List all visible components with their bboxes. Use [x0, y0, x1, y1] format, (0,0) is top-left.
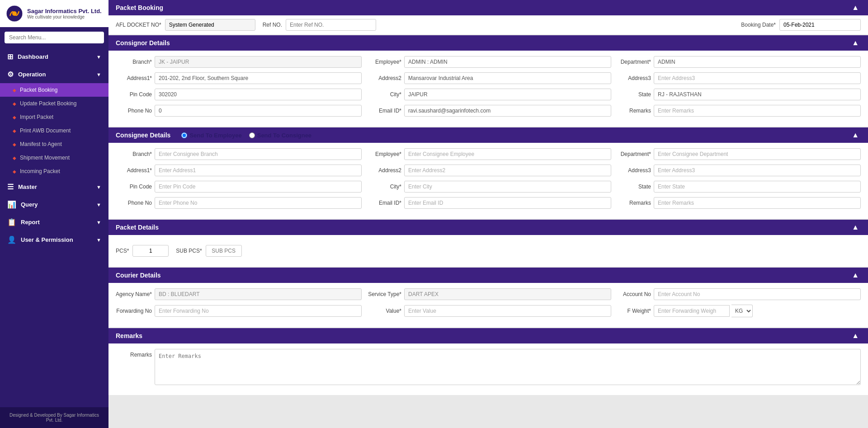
consignee-state-group: State	[615, 181, 861, 193]
consignee-department-input[interactable]	[654, 148, 861, 160]
agency-name-input[interactable]	[155, 288, 362, 300]
consignee-panel: Consignee Details Send To Employee Send …	[108, 127, 868, 219]
remarks-input[interactable]	[654, 105, 861, 117]
sidebar-item-master[interactable]: ☰ Master ▼	[0, 178, 108, 196]
consignee-remarks-input[interactable]	[654, 197, 861, 209]
packet-details-body: PCS* SUB PCS*	[108, 235, 868, 267]
sub-pcs-group: SUB PCS*	[176, 245, 241, 257]
logo-container: Sagar Informatics Pvt. Ltd. We cultivate…	[0, 0, 108, 27]
sidebar-item-dashboard[interactable]: ⊞ Dashboard ▼	[0, 48, 108, 66]
collapse-consignor-button[interactable]: ▲	[850, 39, 861, 47]
sidebar-item-update-packet-booking[interactable]: ◆ Update Packet Booking	[0, 97, 108, 110]
remarks-textarea[interactable]	[155, 349, 861, 385]
branch-input[interactable]	[155, 56, 362, 68]
value-input[interactable]	[404, 305, 611, 317]
consignee-radio-group: Send To Employee Send To Consignee	[181, 132, 311, 139]
collapse-remarks-button[interactable]: ▲	[850, 332, 861, 340]
sidebar-item-label: Update Packet Booking	[20, 100, 76, 107]
consignee-address1-input[interactable]	[155, 165, 362, 176]
consignee-phone-group: Phone No	[116, 197, 362, 209]
collapse-consignee-button[interactable]: ▲	[850, 131, 861, 139]
email-label: Email ID*	[365, 108, 401, 114]
sidebar-item-print-awb[interactable]: ◆ Print AWB Document	[0, 124, 108, 137]
state-input[interactable]	[654, 89, 861, 100]
remarks-title: Remarks	[116, 332, 142, 339]
packet-details-panel: Packet Details ▲ PCS* SUB PCS*	[108, 220, 868, 267]
consignee-employee-input[interactable]	[404, 148, 611, 160]
afl-docket-input[interactable]	[165, 19, 255, 31]
employee-label: Employee*	[365, 59, 401, 65]
address3-input[interactable]	[654, 72, 861, 84]
sub-pcs-input[interactable]	[206, 245, 242, 257]
sidebar-footer: Designed & Developed By Sagar Informatic…	[0, 407, 108, 428]
collapse-courier-button[interactable]: ▲	[850, 271, 861, 279]
state-label: State	[615, 91, 651, 98]
sidebar: Sagar Informatics Pvt. Ltd. We cultivate…	[0, 0, 108, 428]
consignee-branch-input[interactable]	[155, 148, 362, 160]
consignee-pincode-input[interactable]	[155, 181, 362, 193]
search-input[interactable]	[5, 32, 104, 43]
sidebar-item-user-permission[interactable]: 👤 User & Permission ▼	[0, 231, 108, 249]
sidebar-item-manifest-to-agent[interactable]: ◆ Manifest to Agent	[0, 137, 108, 151]
consignee-address2-input[interactable]	[404, 165, 611, 176]
consignor-row2: Address1* Address2 Address3	[116, 72, 861, 84]
forwarding-no-input[interactable]	[155, 305, 362, 317]
address2-input[interactable]	[404, 72, 611, 84]
pcs-row: PCS* SUB PCS*	[116, 240, 861, 261]
consignee-state-input[interactable]	[654, 181, 861, 193]
city-input[interactable]	[404, 89, 611, 100]
account-no-group: Account No	[615, 288, 861, 300]
city-group: City*	[365, 89, 611, 100]
collapse-packet-details-button[interactable]: ▲	[850, 223, 861, 231]
pincode-label: Pin Code	[116, 91, 152, 98]
weight-unit-select[interactable]: KG LB G	[731, 305, 753, 317]
f-weight-input[interactable]	[654, 305, 730, 317]
pincode-input[interactable]	[155, 89, 362, 100]
consignor-body: Branch* Employee* Department* Address1*	[108, 51, 868, 127]
department-input[interactable]	[654, 56, 861, 68]
consignee-city-input[interactable]	[404, 181, 611, 193]
employee-group: Employee*	[365, 56, 611, 68]
sidebar-item-operation[interactable]: ⚙ Operation ▼	[0, 66, 108, 83]
department-label: Department*	[615, 59, 651, 65]
sidebar-item-query[interactable]: 📊 Query ▼	[0, 196, 108, 213]
sidebar-item-import-packet[interactable]: ◆ Import Packet	[0, 110, 108, 124]
service-type-input[interactable]	[404, 288, 611, 300]
send-to-employee-radio[interactable]	[181, 132, 187, 138]
consignor-row1: Branch* Employee* Department*	[116, 56, 861, 68]
address2-label: Address2	[365, 75, 401, 81]
remarks-textarea-group: Remarks	[116, 349, 861, 385]
user-icon: 👤	[7, 235, 16, 244]
send-to-consignee-label[interactable]: Send To Consignee	[249, 132, 311, 139]
pcs-input[interactable]	[132, 245, 169, 257]
send-to-employee-label[interactable]: Send To Employee	[181, 132, 241, 139]
consignee-remarks-label: Remarks	[615, 200, 651, 206]
email-input[interactable]	[404, 105, 611, 117]
consignee-branch-label: Branch*	[116, 151, 152, 157]
consignee-address3-input[interactable]	[654, 165, 861, 176]
address1-group: Address1*	[116, 72, 362, 84]
consignee-email-group: Email ID*	[365, 197, 611, 209]
packet-booking-panel: Packet Booking ▲ AFL DOCKET NO* Ref NO. …	[108, 0, 868, 34]
chevron-down-icon: ▼	[96, 237, 101, 243]
employee-input[interactable]	[404, 56, 611, 68]
sidebar-item-incoming-packet[interactable]: ◆ Incoming Packet	[0, 165, 108, 178]
consignee-phone-input[interactable]	[155, 197, 362, 209]
collapse-packet-booking-button[interactable]: ▲	[850, 4, 861, 12]
remarks-field-label: Remarks	[116, 349, 152, 358]
forwarding-no-group: Forwarding No	[116, 305, 362, 317]
ref-no-input[interactable]	[286, 19, 376, 31]
booking-date-input[interactable]	[779, 19, 861, 31]
consignee-row3: Pin Code City* State	[116, 181, 861, 193]
send-to-consignee-radio[interactable]	[249, 132, 255, 138]
address1-input[interactable]	[155, 72, 362, 84]
sidebar-item-packet-booking[interactable]: ◆ Packet Booking	[0, 83, 108, 97]
account-no-input[interactable]	[654, 288, 861, 300]
phone-input[interactable]	[155, 105, 362, 117]
consignee-email-input[interactable]	[404, 197, 611, 209]
courier-row1: Agency Name* Service Type* Account No	[116, 288, 861, 300]
sidebar-item-report[interactable]: 📋 Report ▼	[0, 213, 108, 231]
diamond-icon: ◆	[13, 128, 16, 133]
sidebar-item-label: Incoming Packet	[20, 168, 60, 174]
sidebar-item-shipment-movement[interactable]: ◆ Shipment Movement	[0, 151, 108, 165]
